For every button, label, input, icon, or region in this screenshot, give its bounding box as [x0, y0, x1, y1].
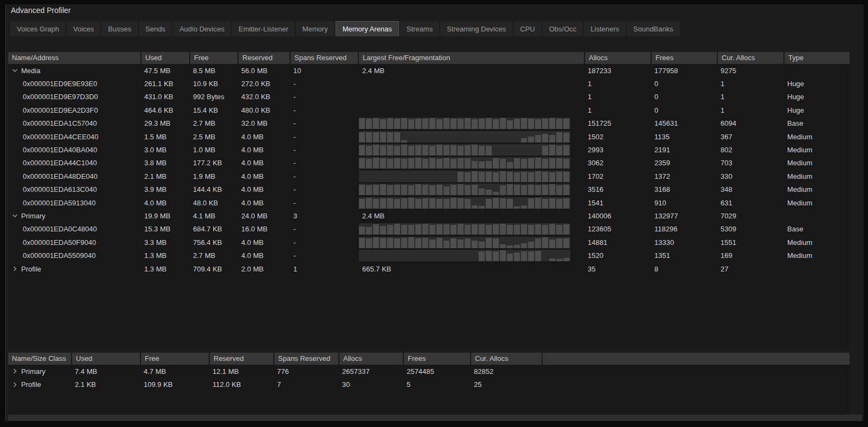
cur-allocs-cell: 367 — [717, 133, 783, 141]
column-header-type[interactable]: Type — [783, 52, 850, 64]
column-header-frees[interactable]: Frees — [651, 52, 717, 64]
histogram-bar — [542, 199, 548, 209]
table-row[interactable]: 0x000001EDA0C4804015.3 MB684.7 KB16.0 MB… — [8, 223, 850, 236]
table-row[interactable]: Primary19.9 MB4.1 MB24.0 MB32.4 MB140006… — [8, 209, 850, 222]
table-row[interactable]: Primary7.4 MB4.7 MB12.1 MB77626573372574… — [8, 365, 850, 378]
column-header-cur-allocs[interactable]: Cur. Allocs — [470, 353, 542, 365]
tab-emitter-listener[interactable]: Emitter-Listener — [232, 21, 295, 36]
tab-streaming-devices[interactable]: Streaming Devices — [440, 21, 512, 36]
table-row[interactable]: 0x000001ED9E9E93E0261.1 KB10.9 KB272.0 K… — [8, 77, 850, 90]
cur-allocs-cell: 1 — [717, 80, 783, 88]
table-row[interactable]: 0x000001ED9E97D3D0431.0 KB992 Bytes432.0… — [8, 90, 850, 103]
tab-voices[interactable]: Voices — [67, 21, 100, 36]
column-header-free[interactable]: Free — [189, 52, 237, 64]
histogram-bar — [486, 251, 492, 261]
column-header-allocs[interactable]: Allocs — [584, 52, 651, 64]
histogram-bar — [500, 159, 506, 169]
chevron-right-icon[interactable] — [11, 266, 18, 272]
type-cell: Medium — [783, 185, 850, 193]
column-header-reserved[interactable]: Reserved — [237, 52, 290, 64]
free-cell: 144.4 KB — [189, 185, 237, 193]
chevron-down-icon[interactable] — [11, 67, 18, 74]
name-cell: Primary — [8, 212, 140, 220]
table-row[interactable]: 0x000001EDA613C0403.9 MB144.4 KB4.0 MB-3… — [8, 183, 850, 196]
size-class-table-header: Name/Size ClassUsedFreeReservedSpans Res… — [8, 353, 850, 365]
table-row[interactable]: Profile1.3 MB709.4 KB2.0 MB1665.7 KB3582… — [8, 262, 850, 275]
tab-listeners[interactable]: Listeners — [584, 21, 626, 36]
tab-obs-occ[interactable]: Obs/Occ — [543, 21, 583, 36]
tab-soundbanks[interactable]: SoundBanks — [627, 21, 680, 36]
table-row[interactable]: 0x000001EDA1C5704029.3 MB2.7 MB32.0 MB-1… — [8, 117, 850, 130]
table-row[interactable]: 0x000001EDA59130404.0 MB48.0 KB4.0 MB-15… — [8, 196, 850, 209]
table-row[interactable]: 0x000001EDA48DE0402.1 MB1.9 MB4.0 MB-170… — [8, 170, 850, 183]
histogram-bar — [535, 198, 541, 209]
fragmentation-histogram — [359, 223, 570, 235]
column-header-spans-reserved[interactable]: Spans Reserved — [290, 52, 358, 64]
histogram-bar — [387, 185, 393, 195]
table-row[interactable]: 0x000001EDA44C10403.8 MB177.2 KB4.0 MB-3… — [8, 157, 850, 170]
tab-memory-arenas[interactable]: Memory Arenas — [336, 21, 399, 36]
column-header-used[interactable]: Used — [71, 353, 140, 365]
histogram-bar — [521, 205, 527, 209]
histogram-bar — [563, 159, 569, 169]
horizontal-scrollbar[interactable] — [8, 415, 862, 421]
histogram-bar — [542, 119, 548, 129]
column-header-reserved[interactable]: Reserved — [209, 353, 273, 365]
column-header-name-address[interactable]: Name/Address — [8, 52, 140, 64]
table-row[interactable]: 0x000001EDA55090401.3 MB2.7 MB4.0 MB-152… — [8, 249, 850, 262]
tab-memory[interactable]: Memory — [296, 21, 335, 36]
histogram-bar — [387, 132, 393, 143]
largest-free-fragmentation-cell — [358, 197, 584, 209]
frees-cell: 2574485 — [403, 367, 470, 376]
allocs-cell: 1502 — [584, 133, 651, 141]
spans-reserved-cell: 3 — [290, 212, 358, 220]
table-row[interactable]: Profile2.1 KB109.9 KB112.0 KB730525 — [8, 378, 850, 391]
cur-allocs-cell: 330 — [717, 172, 783, 180]
reserved-cell: 32.0 MB — [237, 119, 290, 127]
column-header-used[interactable]: Used — [140, 52, 189, 64]
tab-busses[interactable]: Busses — [101, 21, 138, 36]
histogram-bar — [528, 137, 534, 143]
histogram-bar — [401, 185, 407, 195]
tab-voices-graph[interactable]: Voices Graph — [10, 21, 66, 36]
histogram-bar — [458, 119, 464, 129]
largest-free-fragmentation-cell — [358, 250, 584, 261]
allocs-cell: 3062 — [584, 159, 651, 167]
histogram-bar — [514, 172, 520, 182]
histogram-bar — [528, 251, 534, 261]
arena-name-label: Profile — [21, 265, 41, 273]
used-cell: 15.3 MB — [140, 225, 189, 233]
histogram-bar — [429, 185, 435, 195]
column-header-largest-free-fragmentation[interactable]: Largest Free/Fragmentation — [358, 52, 584, 64]
column-header-name-size-class[interactable]: Name/Size Class — [8, 353, 71, 365]
histogram-bar — [535, 224, 541, 235]
chevron-down-icon[interactable] — [11, 212, 18, 219]
tab-streams[interactable]: Streams — [400, 21, 439, 36]
table-row[interactable]: 0x000001ED9EA2D3F0464.6 KB15.4 KB480.0 K… — [8, 103, 850, 117]
histogram-bar — [359, 132, 365, 143]
arena-name-label: 0x000001ED9E9E93E0 — [23, 80, 97, 88]
histogram-bar — [479, 224, 485, 235]
column-header-allocs[interactable]: Allocs — [338, 353, 403, 365]
type-cell: Huge — [783, 80, 850, 88]
table-row[interactable]: 0x000001EDA4CEE0401.5 MB2.5 MB4.0 MB-150… — [8, 130, 850, 143]
cur-allocs-cell: 703 — [717, 159, 783, 167]
column-header-free[interactable]: Free — [140, 353, 209, 365]
table-row[interactable]: 0x000001EDA50F90403.3 MB756.4 KB4.0 MB-1… — [8, 236, 850, 249]
histogram-bar — [408, 237, 414, 248]
column-header-frees[interactable]: Frees — [403, 353, 470, 365]
largest-free-fragmentation-cell — [358, 171, 584, 182]
chevron-right-icon[interactable] — [11, 381, 18, 388]
tab-cpu[interactable]: CPU — [513, 21, 541, 36]
tab-audio-devices[interactable]: Audio Devices — [173, 21, 231, 36]
table-row[interactable]: Media47.5 MB8.5 MB56.0 MB102.4 MB1872331… — [8, 64, 850, 77]
name-cell: 0x000001ED9E97D3D0 — [8, 93, 140, 101]
chevron-right-icon[interactable] — [11, 368, 18, 374]
column-header-spans-reserved[interactable]: Spans Reserved — [273, 353, 338, 365]
used-cell: 1.3 MB — [140, 251, 189, 260]
histogram-bar — [479, 242, 485, 248]
column-header-cur-allocs[interactable]: Cur. Allocs — [717, 52, 783, 64]
tab-sends[interactable]: Sends — [139, 21, 172, 36]
spans-reserved-cell: - — [290, 133, 358, 141]
table-row[interactable]: 0x000001EDA40BA0403.0 MB1.0 MB4.0 MB-299… — [8, 143, 850, 156]
